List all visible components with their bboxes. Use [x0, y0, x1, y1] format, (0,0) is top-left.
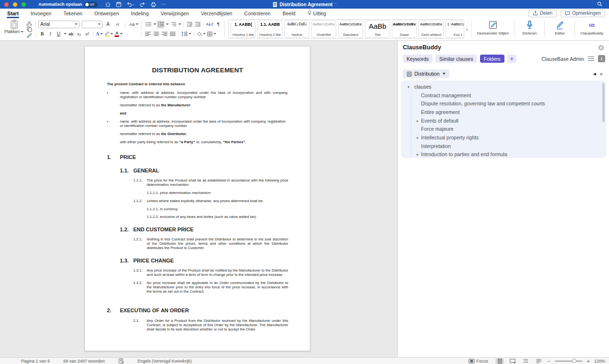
ribbon-tab-indeling[interactable]: Indeling	[130, 10, 149, 17]
numbered-paragraph-1-3-2[interactable]: 1.3.2.No price increase shall be applica…	[133, 281, 288, 294]
multilevel-list-button[interactable]	[169, 21, 177, 28]
more-options-icon[interactable]: ⋯	[162, 3, 166, 6]
document-heading-title[interactable]: DISTRIBUTION AGREEMENT	[107, 67, 288, 74]
clausebuddy-button[interactable]: ∞ClauseBuddy	[577, 19, 606, 39]
numbered-list-dropdown-icon[interactable]	[166, 23, 169, 25]
change-case-button[interactable]: Aa	[129, 21, 139, 28]
numbered-subparagraph[interactable]: 1.1.1.1. price determination mechanism	[147, 191, 288, 195]
style-heading-2-title[interactable]: 1.1. AABBHeading 2 title	[258, 20, 282, 38]
grow-font-button[interactable]: Aˆ	[105, 21, 112, 28]
dicteren-button[interactable]: Dicteren	[517, 19, 542, 39]
clause-item-force-majeure[interactable]: Force majeure	[401, 125, 606, 133]
show-paragraph-marks-button[interactable]: ¶	[214, 21, 222, 28]
draft-view-button[interactable]	[534, 358, 543, 364]
library-selector[interactable]: Distribution	[403, 69, 449, 78]
word-count[interactable]: 69 van 2407 woorden	[63, 359, 105, 364]
ribbon-tab-beeld[interactable]: Beeld	[282, 10, 296, 17]
style-nadruk[interactable]: AaBbCcDdEeNadruk	[284, 20, 309, 38]
cut-button[interactable]	[25, 20, 33, 26]
page-back-icon[interactable]: ◀	[593, 72, 596, 76]
decrease-indent-button[interactable]	[186, 21, 193, 28]
justify-button[interactable]	[169, 30, 176, 38]
highlight-button[interactable]	[104, 30, 114, 38]
clause-item-entire-agreement[interactable]: Entire agreement	[401, 108, 606, 116]
window-close-button[interactable]	[4, 2, 9, 7]
print-layout-view-button[interactable]	[495, 358, 504, 364]
page-forward-icon[interactable]: ▶	[600, 72, 603, 76]
outline-view-button[interactable]	[521, 358, 530, 364]
clause-item-events-of-default[interactable]: ▸Events of default	[401, 116, 606, 125]
clause-item-introduction-to-parties-and-end-formula[interactable]: ▸Introduction to parties and end formula	[401, 150, 606, 159]
numbered-paragraph-1-2-1[interactable]: 1.2.1.Nothing in this Contract shall pre…	[133, 237, 288, 250]
chevron-right-icon[interactable]: ▸	[417, 152, 419, 157]
autosave-toggle[interactable]: UIT	[84, 2, 97, 7]
clause-item-clauses[interactable]: ▾clauses	[401, 82, 606, 91]
undo-icon[interactable]	[127, 2, 134, 7]
shading-button[interactable]	[196, 30, 206, 38]
line-spacing-button[interactable]	[181, 30, 192, 38]
font-name-select[interactable]: Arial	[38, 21, 80, 28]
panel-close-icon[interactable]	[598, 45, 604, 51]
style-geen-afstand[interactable]: AaBbCcDdEeGeen afstand	[419, 20, 444, 38]
section-heading-1-2-end-customer-price[interactable]: 1.2.END CUSTOMER PRICE	[120, 227, 288, 232]
window-zoom-button[interactable]	[22, 2, 26, 7]
numbered-list-button[interactable]	[157, 21, 164, 28]
style-titel[interactable]: AaBbTitel	[365, 20, 390, 38]
web-layout-view-button[interactable]	[508, 358, 517, 364]
print-icon[interactable]	[151, 2, 156, 7]
sort-button[interactable]: AZ	[206, 21, 214, 28]
borders-button[interactable]	[207, 30, 217, 38]
underline-dropdown-icon[interactable]	[64, 33, 67, 34]
panel-tab-keywords[interactable]: Keywords	[403, 55, 433, 63]
paste-button[interactable]: Plakken	[4, 20, 24, 39]
ribbon-tab-invoegen[interactable]: Invoegen	[30, 10, 52, 17]
numbered-paragraph-2-1[interactable]: 2.1.Any Order for a Product from the Dis…	[133, 318, 288, 331]
subscript-button[interactable]: x₂	[75, 30, 83, 38]
style-kop-1[interactable]: 1. AaBbCcDdKop 1	[445, 20, 464, 38]
page-count[interactable]: Pagina 1 van 6	[21, 359, 50, 364]
deelvenster-stijlen-button[interactable]: Deelvenster Stijlen	[474, 19, 512, 39]
paragraph[interactable]: with either party being referred to as “…	[120, 140, 288, 144]
ribbon-tab-ontwerpen[interactable]: Ontwerpen	[94, 10, 119, 17]
zoom-in-button[interactable]: +	[587, 358, 590, 364]
align-center-button[interactable]	[152, 30, 160, 38]
paragraph[interactable]: and	[120, 111, 288, 115]
zoom-slider-thumb[interactable]	[572, 359, 576, 363]
ribbon-tab-uitleg[interactable]: Uitleg	[307, 10, 327, 17]
search-icon[interactable]	[597, 1, 602, 7]
superscript-button[interactable]: x²	[83, 30, 91, 38]
section-heading-1-3-price-change[interactable]: 1.3.PRICE CHANGE	[120, 258, 288, 263]
chevron-right-icon[interactable]: ▸	[417, 118, 419, 123]
bullet-paragraph[interactable]: •name, with address at address, incorpor…	[107, 119, 288, 128]
bold-button[interactable]: B	[38, 30, 46, 38]
underline-button[interactable]: U	[55, 30, 62, 38]
numbered-subparagraph[interactable]: 1.1.2.1. in currency	[147, 207, 288, 211]
zoom-level[interactable]: 120%	[594, 359, 605, 364]
document-page[interactable]: DISTRIBUTION AGREEMENTThe present Contra…	[84, 46, 310, 351]
strikethrough-button[interactable]: ab	[67, 30, 75, 38]
shrink-font-button[interactable]: Aˇ	[114, 21, 122, 28]
clause-item-interpretation[interactable]: Interpretation	[401, 142, 606, 150]
account-name[interactable]: ClauseBase Admin	[541, 56, 584, 62]
align-right-button[interactable]	[161, 30, 168, 38]
section-heading-2-executing-of-an-order[interactable]: 2.EXECUTING OF AN ORDER	[107, 307, 288, 313]
ribbon-tab-verzendlijsten[interactable]: Verzendlijsten	[200, 10, 233, 17]
menu-icon[interactable]	[588, 57, 594, 61]
clause-item-dispute-resolution-governing-law-and-competent-courts[interactable]: Dispute resolution, governing law and co…	[401, 99, 606, 108]
style-standaard[interactable]: AaBbCcDdEeStandaard	[338, 20, 363, 38]
numbered-subparagraph[interactable]: 1.1.2.2. exclusive of any taxes and duti…	[147, 215, 288, 219]
save-icon[interactable]	[116, 2, 121, 7]
language-status[interactable]: Engels (Verenigd Koninkrijk)	[138, 359, 192, 364]
chevron-down-icon[interactable]: ▾	[408, 84, 410, 89]
paragraph[interactable]: The present Contract is entered into bet…	[107, 82, 288, 86]
copy-button[interactable]	[25, 26, 33, 33]
bullet-list-button[interactable]	[144, 21, 152, 28]
numbered-paragraph-1-3-1[interactable]: 1.3.1.Any price increase of the Product …	[133, 268, 288, 277]
bullet-paragraph[interactable]: •name, with address at address, incorpor…	[107, 91, 288, 99]
comments-button[interactable]: Opmerkingen	[561, 10, 605, 17]
zoom-slider[interactable]	[555, 361, 583, 362]
proofing-status-icon[interactable]	[118, 358, 124, 364]
paragraph[interactable]: hereinafter referred to as the Manufactu…	[120, 103, 288, 107]
styles-gallery-more-button[interactable]: ›	[465, 19, 469, 39]
multilevel-list-dropdown-icon[interactable]	[178, 23, 181, 25]
